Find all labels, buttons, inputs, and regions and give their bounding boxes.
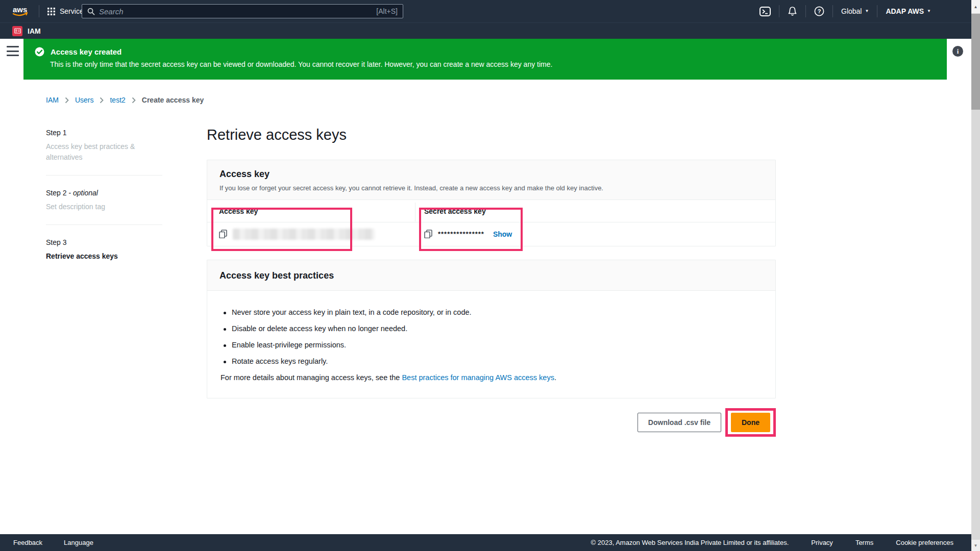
search-box[interactable]: [Alt+S] (82, 4, 403, 18)
search-icon (87, 8, 95, 15)
service-navigation: IAM (0, 22, 980, 39)
flashbar-title: Access key created (51, 47, 121, 57)
wizard-actions: Download .csv file Done (207, 408, 776, 437)
account-menu[interactable]: ADAP AWS ▼ (877, 0, 939, 22)
info-panel-button[interactable]: i (952, 46, 963, 57)
side-menu-toggle[interactable] (6, 45, 19, 57)
redacted-access-key-value (233, 229, 375, 240)
step-label: Set description tag (46, 202, 162, 212)
step-label-current: Retrieve access keys (46, 251, 162, 262)
scrollbar-down-button[interactable]: ▼ (971, 540, 980, 551)
svg-text:aws: aws (13, 5, 27, 14)
access-key-card: Access key If you lose or forget your se… (207, 160, 776, 246)
cookie-preferences-link[interactable]: Cookie preferences (896, 539, 953, 546)
scroll-up-icon: ▲ (974, 5, 978, 9)
region-selector[interactable]: Global ▼ (833, 0, 877, 22)
step-optional-suffix: - optional (66, 189, 97, 197)
best-practices-list: Never store your access key in plain tex… (219, 308, 763, 365)
step-item-3: Step 3 Retrieve access keys (46, 235, 162, 274)
copy-icon (424, 230, 432, 238)
best-practice-item: Never store your access key in plain tex… (219, 308, 763, 316)
breadcrumb-current: Create access key (142, 96, 204, 104)
console-footer: Feedback Language © 2023, Amazon Web Ser… (0, 534, 980, 551)
feedback-link[interactable]: Feedback (13, 539, 42, 546)
help-button[interactable]: ? (806, 0, 832, 22)
access-key-card-title: Access key (219, 169, 763, 180)
masked-secret-value: *************** (438, 230, 484, 238)
grid-icon (47, 8, 55, 15)
page-title: Retrieve access keys (207, 127, 776, 143)
access-key-card-description: If you lose or forget your secret access… (219, 184, 763, 192)
step-number: Step 1 (46, 129, 66, 137)
column-label-access-key: Access key (219, 207, 258, 215)
show-secret-link[interactable]: Show (493, 230, 512, 238)
best-practice-item: Enable least-privilege permissions. (219, 341, 763, 349)
best-practice-item: Rotate access keys regularly. (219, 357, 763, 365)
best-practice-item: Disable or delete access key when no lon… (219, 324, 763, 333)
breadcrumb: IAM Users test2 Create access key (46, 96, 204, 104)
breadcrumb-link-test2[interactable]: test2 (110, 96, 125, 104)
aws-console-screen: aws Services [Alt+S] (0, 0, 980, 551)
language-link[interactable]: Language (64, 539, 93, 546)
iam-service-label[interactable]: IAM (28, 27, 41, 35)
step-number: Step 2 (46, 189, 66, 197)
caret-down-icon: ▼ (865, 9, 869, 13)
nav-right-group: ? Global ▼ ADAP AWS ▼ (751, 0, 939, 22)
wizard-steps-nav: Step 1 Access key best practices & alter… (46, 126, 162, 284)
step-item-1: Step 1 Access key best practices & alter… (46, 126, 162, 176)
done-button[interactable]: Done (731, 413, 770, 432)
download-csv-button[interactable]: Download .csv file (638, 413, 721, 432)
cloudshell-button[interactable] (751, 0, 779, 22)
success-flashbar: Access key created This is the only time… (23, 39, 947, 80)
access-key-table: Access key Secret access key (207, 200, 775, 246)
step-label: Access key best practices & alternatives (46, 141, 162, 163)
aws-logo[interactable]: aws (11, 5, 31, 18)
copy-access-key-button[interactable] (219, 230, 227, 238)
scrollbar-thumb[interactable] (971, 14, 980, 110)
best-practices-card: Access key best practices Never store yo… (207, 260, 776, 398)
breadcrumb-link-users[interactable]: Users (75, 96, 94, 104)
annotation-box-done: Done (725, 408, 776, 437)
chevron-right-icon (100, 97, 104, 104)
breadcrumb-link-iam[interactable]: IAM (46, 96, 59, 104)
chevron-right-icon (65, 97, 69, 104)
search-input[interactable] (99, 7, 376, 16)
bell-icon (788, 6, 797, 16)
vertical-scrollbar[interactable]: ▲ ▼ (971, 0, 980, 551)
caret-down-icon: ▼ (927, 9, 931, 13)
privacy-link[interactable]: Privacy (811, 539, 833, 546)
best-practices-link[interactable]: Best practices for managing AWS access k… (402, 373, 554, 382)
best-practices-card-title: Access key best practices (219, 270, 763, 281)
svg-text:?: ? (818, 8, 821, 14)
notifications-button[interactable] (779, 0, 805, 22)
iam-service-icon[interactable] (12, 26, 22, 36)
main-content: Retrieve access keys Access key If you l… (207, 127, 776, 437)
info-icon: i (957, 47, 959, 56)
terms-link[interactable]: Terms (855, 539, 873, 546)
cloudshell-terminal-icon (760, 7, 771, 16)
chevron-right-icon (132, 97, 136, 104)
copyright-text: © 2023, Amazon Web Services India Privat… (591, 539, 789, 546)
copy-secret-key-button[interactable] (424, 230, 432, 238)
column-label-secret-key: Secret access key (424, 207, 486, 215)
account-label: ADAP AWS (886, 7, 924, 15)
help-icon: ? (814, 6, 824, 16)
step-item-2: Step 2 - optional Set description tag (46, 186, 162, 225)
search-shortcut: [Alt+S] (376, 7, 398, 15)
top-navigation: aws Services [Alt+S] (0, 0, 980, 22)
flashbar-message: This is the only time that the secret ac… (50, 60, 937, 68)
aws-logo-icon: aws (11, 5, 31, 18)
nav-divider (39, 5, 39, 17)
copy-icon (219, 230, 227, 238)
scroll-down-icon: ▼ (974, 543, 978, 548)
step-number: Step 3 (46, 238, 66, 246)
best-practices-more-text: For more details about managing access k… (219, 373, 763, 382)
column-divider (415, 203, 415, 221)
region-label: Global (841, 7, 862, 15)
scrollbar-up-button[interactable]: ▲ (971, 0, 980, 13)
hamburger-icon (7, 46, 19, 47)
success-check-icon (35, 47, 44, 57)
